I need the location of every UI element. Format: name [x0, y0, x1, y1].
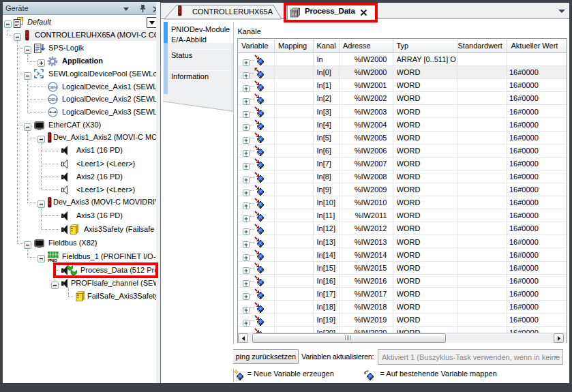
svg-text:OEM: OEM	[48, 85, 58, 89]
svg-text:OEM: OEM	[48, 97, 58, 102]
svg-text:PNIO: PNIO	[48, 258, 57, 262]
